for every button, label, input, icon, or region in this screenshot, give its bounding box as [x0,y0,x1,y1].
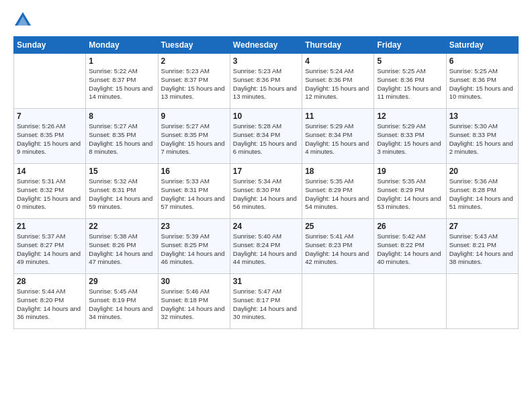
day-number: 13 [449,111,515,121]
calendar-cell: 14Sunrise: 5:31 AMSunset: 8:32 PMDayligh… [14,164,86,219]
calendar-cell: 29Sunrise: 5:45 AMSunset: 8:19 PMDayligh… [86,274,158,329]
cell-info: Sunrise: 5:32 AMSunset: 8:31 PMDaylight:… [89,177,154,212]
day-number: 29 [89,277,154,286]
calendar-cell: 15Sunrise: 5:32 AMSunset: 8:31 PMDayligh… [86,164,158,219]
day-number: 5 [377,56,443,66]
calendar-cell [446,274,518,329]
calendar-cell: 28Sunrise: 5:44 AMSunset: 8:20 PMDayligh… [14,274,86,329]
col-header-sunday: Sunday [14,37,86,54]
cell-info: Sunrise: 5:26 AMSunset: 8:35 PMDaylight:… [17,122,83,156]
calendar-cell: 7Sunrise: 5:26 AMSunset: 8:35 PMDaylight… [14,109,86,164]
cell-info: Sunrise: 5:39 AMSunset: 8:25 PMDaylight:… [161,232,227,267]
calendar-cell: 9Sunrise: 5:27 AMSunset: 8:35 PMDaylight… [158,109,230,164]
day-number: 23 [161,222,227,231]
cell-info: Sunrise: 5:45 AMSunset: 8:19 PMDaylight:… [89,287,154,322]
day-number: 31 [233,277,299,286]
day-number: 18 [305,167,371,176]
calendar-cell: 24Sunrise: 5:40 AMSunset: 8:24 PMDayligh… [230,219,302,274]
calendar-cell: 18Sunrise: 5:35 AMSunset: 8:29 PMDayligh… [302,164,374,219]
day-number: 21 [17,222,83,231]
day-number: 11 [305,111,371,121]
day-number: 19 [377,167,443,176]
calendar-cell: 16Sunrise: 5:33 AMSunset: 8:31 PMDayligh… [158,164,230,219]
day-number: 4 [305,56,371,66]
cell-info: Sunrise: 5:27 AMSunset: 8:35 PMDaylight:… [89,122,154,156]
calendar-cell: 25Sunrise: 5:41 AMSunset: 8:23 PMDayligh… [302,219,374,274]
calendar-cell: 23Sunrise: 5:39 AMSunset: 8:25 PMDayligh… [158,219,230,274]
calendar-cell [374,274,446,329]
day-number: 1 [89,56,154,66]
cell-info: Sunrise: 5:28 AMSunset: 8:34 PMDaylight:… [233,122,299,156]
col-header-monday: Monday [86,37,158,54]
calendar-cell: 13Sunrise: 5:30 AMSunset: 8:33 PMDayligh… [446,109,518,164]
week-row-2: 7Sunrise: 5:26 AMSunset: 8:35 PMDaylight… [14,109,519,164]
cell-info: Sunrise: 5:37 AMSunset: 8:27 PMDaylight:… [17,232,83,267]
cell-info: Sunrise: 5:41 AMSunset: 8:23 PMDaylight:… [305,232,371,267]
cell-info: Sunrise: 5:25 AMSunset: 8:36 PMDaylight:… [449,67,515,101]
day-number: 9 [161,111,227,121]
day-number: 6 [449,56,515,66]
calendar-cell: 11Sunrise: 5:29 AMSunset: 8:34 PMDayligh… [302,109,374,164]
week-row-5: 28Sunrise: 5:44 AMSunset: 8:20 PMDayligh… [14,274,519,329]
day-number: 7 [17,111,83,121]
day-number: 10 [233,111,299,121]
cell-info: Sunrise: 5:44 AMSunset: 8:20 PMDaylight:… [17,287,83,322]
day-number: 24 [233,222,299,231]
calendar-cell: 12Sunrise: 5:29 AMSunset: 8:33 PMDayligh… [374,109,446,164]
day-number: 15 [89,167,154,176]
week-row-1: 1Sunrise: 5:22 AMSunset: 8:37 PMDaylight… [14,54,519,109]
day-number: 20 [449,167,515,176]
calendar-cell: 5Sunrise: 5:25 AMSunset: 8:36 PMDaylight… [374,54,446,109]
cell-info: Sunrise: 5:43 AMSunset: 8:21 PMDaylight:… [449,232,515,267]
cell-info: Sunrise: 5:23 AMSunset: 8:37 PMDaylight:… [161,67,227,101]
day-number: 14 [17,167,83,176]
header-row: SundayMondayTuesdayWednesdayThursdayFrid… [14,37,519,54]
cell-info: Sunrise: 5:35 AMSunset: 8:29 PMDaylight:… [305,177,371,212]
calendar-cell: 26Sunrise: 5:42 AMSunset: 8:22 PMDayligh… [374,219,446,274]
logo [13,11,35,30]
week-row-3: 14Sunrise: 5:31 AMSunset: 8:32 PMDayligh… [14,164,519,219]
logo-icon [13,11,32,30]
day-number: 8 [89,111,154,121]
calendar-cell: 17Sunrise: 5:34 AMSunset: 8:30 PMDayligh… [230,164,302,219]
day-number: 26 [377,222,443,231]
cell-info: Sunrise: 5:42 AMSunset: 8:22 PMDaylight:… [377,232,443,267]
calendar-cell: 27Sunrise: 5:43 AMSunset: 8:21 PMDayligh… [446,219,518,274]
page: SundayMondayTuesdayWednesdayThursdayFrid… [0,0,532,411]
day-number: 25 [305,222,371,231]
day-number: 3 [233,56,299,66]
calendar-cell: 30Sunrise: 5:46 AMSunset: 8:18 PMDayligh… [158,274,230,329]
cell-info: Sunrise: 5:33 AMSunset: 8:31 PMDaylight:… [161,177,227,212]
cell-info: Sunrise: 5:34 AMSunset: 8:30 PMDaylight:… [233,177,299,212]
cell-info: Sunrise: 5:24 AMSunset: 8:36 PMDaylight:… [305,67,371,101]
cell-info: Sunrise: 5:46 AMSunset: 8:18 PMDaylight:… [161,287,227,322]
calendar-cell [302,274,374,329]
calendar-cell: 22Sunrise: 5:38 AMSunset: 8:26 PMDayligh… [86,219,158,274]
calendar-cell: 8Sunrise: 5:27 AMSunset: 8:35 PMDaylight… [86,109,158,164]
cell-info: Sunrise: 5:47 AMSunset: 8:17 PMDaylight:… [233,287,299,322]
col-header-wednesday: Wednesday [230,37,302,54]
header [13,11,519,30]
day-number: 2 [161,56,227,66]
calendar-cell: 1Sunrise: 5:22 AMSunset: 8:37 PMDaylight… [86,54,158,109]
cell-info: Sunrise: 5:36 AMSunset: 8:28 PMDaylight:… [449,177,515,212]
calendar-cell: 6Sunrise: 5:25 AMSunset: 8:36 PMDaylight… [446,54,518,109]
cell-info: Sunrise: 5:29 AMSunset: 8:33 PMDaylight:… [377,122,443,156]
cell-info: Sunrise: 5:31 AMSunset: 8:32 PMDaylight:… [17,177,83,212]
day-number: 28 [17,277,83,286]
col-header-thursday: Thursday [302,37,374,54]
cell-info: Sunrise: 5:25 AMSunset: 8:36 PMDaylight:… [377,67,443,101]
col-header-tuesday: Tuesday [158,37,230,54]
calendar-table: SundayMondayTuesdayWednesdayThursdayFrid… [13,36,519,329]
day-number: 22 [89,222,154,231]
calendar-cell: 4Sunrise: 5:24 AMSunset: 8:36 PMDaylight… [302,54,374,109]
cell-info: Sunrise: 5:35 AMSunset: 8:29 PMDaylight:… [377,177,443,212]
calendar-cell [14,54,86,109]
day-number: 17 [233,167,299,176]
day-number: 27 [449,222,515,231]
cell-info: Sunrise: 5:38 AMSunset: 8:26 PMDaylight:… [89,232,154,267]
calendar-cell: 20Sunrise: 5:36 AMSunset: 8:28 PMDayligh… [446,164,518,219]
calendar-cell: 19Sunrise: 5:35 AMSunset: 8:29 PMDayligh… [374,164,446,219]
calendar-cell: 2Sunrise: 5:23 AMSunset: 8:37 PMDaylight… [158,54,230,109]
cell-info: Sunrise: 5:29 AMSunset: 8:34 PMDaylight:… [305,122,371,156]
